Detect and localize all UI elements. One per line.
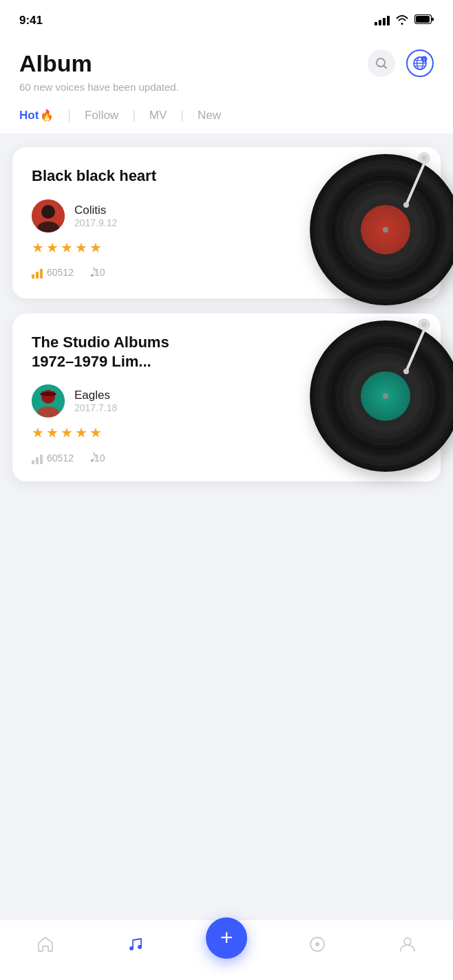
card-1-artist-name: Colitis [74,204,117,217]
svg-point-41 [138,945,142,949]
svg-point-40 [129,946,134,950]
signal-icon [375,16,390,25]
bottom-nav: + [0,919,453,980]
card-studio-albums[interactable]: The Studio Albums 1972–1979 Lim... Eagle… [12,314,441,481]
svg-point-44 [404,938,411,945]
plays-icon-1 [32,266,43,279]
profile-icon [399,935,417,957]
plays-icon-2 [32,452,43,464]
vinyl-record-1 [310,154,453,305]
plus-icon: + [220,926,233,948]
svg-line-14 [406,164,424,205]
svg-rect-1 [416,16,430,23]
card-2-artist-date: 2017.7.18 [74,402,117,413]
svg-point-13 [421,155,427,161]
nav-fab[interactable]: + [181,934,272,959]
card-1-artist-info: Colitis 2017.9.12 [74,204,117,228]
svg-point-28 [403,369,409,374]
card-2-title: The Studio Albums 1972–1979 Lim... [32,333,197,371]
card-2-avatar [32,384,65,417]
tab-new[interactable]: New [185,109,233,122]
music-icon [127,935,145,957]
card-black-heart[interactable]: Black black heart Colitis 2017.9.12 ★ ★ … [12,147,441,298]
tab-mv[interactable]: MV [137,109,180,122]
status-time: 9:41 [19,14,43,28]
card-1-title: Black black heart [32,166,197,186]
tab-divider-1: | [67,108,71,122]
tab-divider-2: | [132,108,136,122]
card-2-artist-info: Eagles 2017.7.18 [74,389,117,413]
svg-point-38 [40,392,56,396]
card-2-comments: 10 [94,453,105,464]
card-1-comments: 10 [94,267,105,278]
globe-button[interactable]: ! [406,50,434,77]
svg-point-26 [421,322,427,327]
status-bar: 9:41 [0,0,453,37]
header: Album ! 60 new voices h [0,37,453,100]
battery-icon [414,14,434,27]
card-2-plays: 60512 [47,453,74,464]
card-1-artist-date: 2017.9.12 [74,217,117,228]
svg-line-27 [406,330,424,371]
tonearm-2 [398,318,423,373]
svg-rect-2 [432,18,434,21]
card-2-artist-name: Eagles [74,389,117,402]
tab-divider-3: | [180,108,184,122]
nav-discover[interactable] [272,935,363,957]
svg-point-23 [41,205,55,219]
tonearm-1 [398,151,423,206]
header-subtitle: 60 new voices have been updated. [19,81,434,93]
fab-button[interactable]: + [206,917,247,959]
header-actions: ! [368,50,434,77]
search-button[interactable] [368,50,395,77]
page-title: Album [19,50,92,77]
card-2-plays-stat: 60512 [32,452,74,464]
cards-container: Black black heart Colitis 2017.9.12 ★ ★ … [0,133,453,495]
tab-hot[interactable]: Hot🔥 [19,109,66,122]
status-icons [375,14,434,28]
card-1-plays: 60512 [47,267,74,278]
discover-icon [308,935,326,957]
svg-line-4 [384,66,387,69]
svg-text:!: ! [423,58,425,62]
home-icon [36,935,54,957]
wifi-icon [395,14,409,28]
tab-follow[interactable]: Follow [72,109,131,122]
card-1-plays-stat: 60512 [32,266,74,279]
nav-music[interactable] [91,935,182,957]
nav-profile[interactable] [362,935,453,957]
nav-home[interactable] [0,935,91,957]
svg-point-15 [403,202,409,208]
card-2-comments-stat: 𝅘𝅥𝅮 10 [90,450,105,465]
vinyl-record-2 [310,320,453,472]
fire-icon: 🔥 [40,109,54,121]
card-1-avatar [32,199,65,232]
card-1-comments-stat: 𝅘𝅥𝅮 10 [90,265,105,280]
tabs: Hot🔥 | Follow | MV | New [0,100,453,133]
svg-point-43 [315,942,319,946]
